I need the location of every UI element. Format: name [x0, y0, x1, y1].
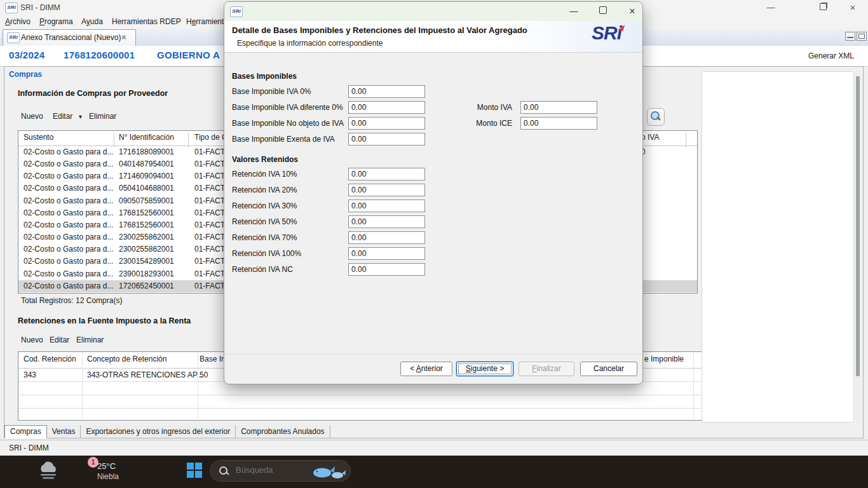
compras-eliminar-button[interactable]: Eliminar: [89, 112, 116, 121]
anterior-button[interactable]: < Anterior: [400, 362, 452, 376]
col-cod-retencion[interactable]: Cod. Retención: [24, 355, 76, 363]
weather-widget[interactable]: 1 25°C Niebla: [32, 456, 159, 488]
tab-comprobantes-anulados[interactable]: Comprobantes Anulados: [236, 425, 330, 438]
retencion-nc-input[interactable]: [348, 263, 425, 276]
field-label: Base Imponible IVA diferente 0%: [232, 103, 343, 112]
col-sustento[interactable]: Sustento: [24, 133, 53, 142]
total-registros: Total Registros: 12 Compra(s): [21, 296, 122, 305]
base-iva-dif0-input[interactable]: [348, 101, 425, 114]
col-base-imponible-right[interactable]: e Imponible: [644, 355, 684, 363]
taxpayer-label: GOBIERNO A: [157, 50, 220, 60]
monto-iva-input[interactable]: [520, 101, 597, 114]
section-compras-label[interactable]: Compras: [9, 70, 42, 79]
monto-ice-label: Monto ICE: [461, 119, 512, 128]
col-monto-iva[interactable]: o IVA: [641, 133, 659, 142]
dialog-maximize-button[interactable]: [592, 4, 614, 18]
field-label: Retención IVA 30%: [232, 201, 297, 210]
compras-subtitle: Información de Compras por Proveedor: [18, 89, 168, 98]
tab-label: Anexo Transaccional (Nuevo): [21, 33, 121, 42]
scrollbar-thumb[interactable]: [856, 76, 860, 376]
field-label: Retención IVA 100%: [232, 249, 301, 258]
search-provider-button[interactable]: [647, 108, 665, 126]
menu-programa[interactable]: Programa: [39, 17, 73, 26]
cancelar-button[interactable]: Cancelar: [580, 362, 637, 376]
ruc-label: 1768120600001: [64, 50, 135, 60]
tab-close-icon[interactable]: ×: [121, 32, 126, 42]
app-icon: SRi: [5, 3, 18, 13]
weather-condition: Niebla: [97, 472, 119, 481]
minimize-button[interactable]: —: [760, 1, 782, 14]
retenciones-editar-button[interactable]: Editar: [50, 336, 69, 344]
dialog-titlebar: SRi — ×: [224, 2, 642, 21]
taskbar: 1 25°C Niebla X ƒ W: [0, 456, 868, 488]
field-label: Base Imponible Exenta de IVA: [232, 135, 335, 144]
detalle-bases-dialog: SRi — × Detalle de Bases Imponibles y Re…: [224, 1, 643, 384]
close-button[interactable]: ×: [842, 1, 864, 14]
compras-editar-button[interactable]: Editar: [53, 112, 72, 121]
dialog-header: Detalle de Bases Imponibles y Retencione…: [224, 21, 642, 53]
generar-xml-link[interactable]: Generar XML: [808, 51, 854, 60]
tab-exportaciones[interactable]: Exportaciones y otros ingresos del exter…: [81, 425, 236, 438]
restore-icon: [820, 3, 827, 10]
retencion-10-input[interactable]: [348, 168, 425, 180]
dialog-close-button[interactable]: ×: [621, 4, 643, 18]
retencion-50-input[interactable]: [348, 215, 425, 228]
dialog-subtitle: Especifique la información correspondien…: [237, 39, 383, 48]
dialog-title: Detalle de Bases Imponibles y Retencione…: [232, 25, 527, 35]
tab-anexo-transaccional[interactable]: SRi Anexo Transaccional (Nuevo) ×: [3, 29, 136, 46]
retencion-30-input[interactable]: [348, 200, 425, 212]
restore-button[interactable]: [812, 1, 834, 14]
compras-nuevo-button[interactable]: Nuevo: [21, 112, 43, 121]
view-minimize-icon[interactable]: [845, 32, 855, 41]
screen: SRi SRI - DIMM — × Archivo Programa Ayud…: [0, 0, 868, 488]
period-label: 03/2024: [9, 50, 44, 60]
field-label: Retención IVA NC: [232, 265, 293, 274]
col-concepto[interactable]: Concepto de Retención: [87, 355, 166, 363]
tab-ventas[interactable]: Ventas: [47, 425, 81, 438]
dialog-sri-icon: SRi: [230, 6, 243, 17]
dialog-separator: [224, 354, 642, 355]
retenidos-section-title: Valores Retenidos: [232, 155, 298, 164]
menu-archivo[interactable]: Archivo: [5, 17, 31, 26]
field-label: Retención IVA 20%: [232, 186, 297, 194]
tab-sri-icon: SRi: [7, 32, 20, 43]
dialog-minimize-button[interactable]: —: [562, 4, 585, 18]
field-label: Base Imponible No objeto de IVA: [232, 119, 344, 128]
finalizar-button: Finalizar: [519, 362, 574, 376]
field-label: Base Imponible IVA 0%: [232, 87, 311, 96]
detail-panel: [702, 71, 854, 423]
weather-temp: 25°C: [97, 461, 116, 471]
col-identificacion[interactable]: N° Identificación: [119, 133, 174, 142]
col-tipo[interactable]: Tipo de C: [194, 133, 227, 142]
search-input[interactable]: [234, 464, 313, 475]
field-label: Retención IVA 70%: [232, 233, 297, 242]
editar-dropdown-icon[interactable]: ▼: [78, 114, 83, 120]
fog-cloud-icon: [37, 461, 61, 481]
bottom-tab-bar: ComprasVentasExportaciones y otros ingre…: [4, 425, 330, 438]
col-base-imponible[interactable]: Base In: [200, 355, 226, 363]
retenciones-eliminar-button[interactable]: Eliminar: [76, 336, 104, 344]
retencion-70-input[interactable]: [348, 231, 425, 244]
vertical-scrollbar[interactable]: [856, 71, 860, 423]
retencion-100-input[interactable]: [348, 247, 425, 260]
search-decoration-whales-icon: [311, 463, 346, 480]
retenciones-nuevo-button[interactable]: Nuevo: [21, 336, 43, 344]
bases-section-title: Bases Imponibles: [232, 72, 297, 81]
menu-herramientas[interactable]: Herramient: [186, 17, 224, 26]
menu-herramientas-rdep[interactable]: Herramientas RDEP: [112, 17, 181, 26]
base-iva0-input[interactable]: [348, 85, 425, 98]
start-button[interactable]: [187, 463, 202, 478]
taskbar-search[interactable]: [210, 460, 351, 482]
base-no-objeto-input[interactable]: [348, 117, 425, 130]
tab-compras[interactable]: Compras: [4, 425, 47, 438]
siguiente-button[interactable]: Siguiente >: [456, 362, 513, 376]
statusbar-text: SRI - DIMM: [9, 444, 49, 452]
monto-iva-label: Monto IVA: [461, 103, 512, 112]
monto-ice-input[interactable]: [520, 117, 597, 130]
field-label: Retención IVA 50%: [232, 217, 297, 226]
sri-logo: SRi: [592, 22, 621, 44]
retencion-20-input[interactable]: [348, 184, 425, 196]
base-exenta-input[interactable]: [348, 133, 425, 146]
menu-ayuda[interactable]: Ayuda: [81, 17, 103, 26]
view-maximize-icon[interactable]: [857, 32, 867, 41]
